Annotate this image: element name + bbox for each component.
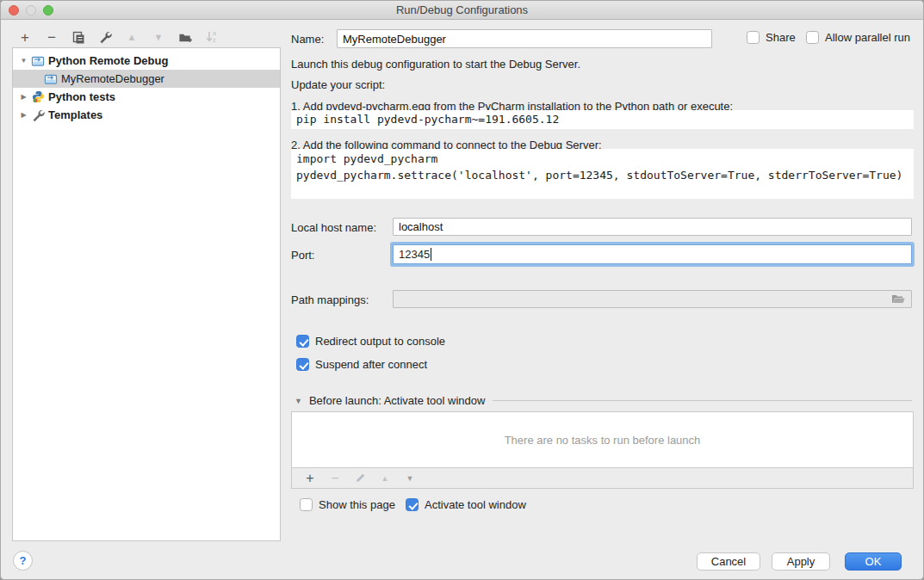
redirect-output-label: Redirect output to console	[315, 335, 445, 348]
task-list-toolbar: + − ▲ ▼	[291, 468, 914, 489]
wrench-icon	[31, 108, 45, 122]
open-folder-icon[interactable]	[891, 293, 906, 305]
port-label: Port:	[291, 249, 314, 262]
tree-item-label: Python tests	[48, 90, 115, 103]
section-divider	[493, 400, 912, 401]
help-button[interactable]: ?	[13, 551, 33, 571]
add-icon[interactable]: +	[18, 30, 32, 44]
remove-icon[interactable]: −	[45, 30, 59, 44]
text-caret	[431, 248, 431, 261]
chevron-right-icon[interactable]: ▶	[19, 93, 28, 101]
move-task-down-icon: ▼	[403, 472, 417, 485]
activate-tool-window-checkbox-group[interactable]: Activate tool window	[406, 498, 526, 511]
settrace-code-line1: import pydevd_pycharm	[296, 151, 908, 167]
show-this-page-checkbox-group[interactable]: Show this page	[300, 498, 395, 511]
before-launch-section-header[interactable]: ▼ Before launch: Activate tool window	[295, 394, 912, 407]
tree-item-myremotedebugger[interactable]: MyRemoteDebugger	[13, 70, 280, 88]
activate-tool-window-checkbox[interactable]	[406, 498, 419, 511]
remote-debug-icon	[44, 72, 58, 86]
port-input[interactable]: 12345	[393, 244, 912, 264]
edit-defaults-wrench-icon[interactable]	[98, 30, 112, 44]
local-host-name-input[interactable]	[393, 218, 912, 236]
move-down-icon: ▼	[152, 30, 165, 44]
add-task-icon[interactable]: +	[303, 472, 317, 485]
apply-button[interactable]: Apply	[772, 552, 830, 571]
share-checkbox-group[interactable]: Share	[747, 31, 796, 44]
redirect-output-checkbox-group[interactable]: Redirect output to console	[296, 335, 445, 348]
settrace-code[interactable]: import pydevd_pycharm pydevd_pycharm.set…	[291, 149, 914, 199]
ok-button[interactable]: OK	[845, 552, 902, 571]
edit-task-pencil-icon	[353, 472, 367, 485]
window-title: Run/Debug Configurations	[396, 3, 528, 16]
path-mappings-input[interactable]	[393, 290, 912, 308]
name-input[interactable]	[337, 29, 712, 48]
remote-debug-icon	[31, 54, 45, 68]
allow-parallel-run-label: Allow parallel run	[825, 31, 910, 44]
before-launch-task-list[interactable]: There are no tasks to run before launch	[291, 411, 914, 468]
python-icon	[31, 90, 45, 104]
intro-text: Launch this debug configuration to start…	[291, 58, 580, 71]
suspend-after-connect-label: Suspend after connect	[315, 358, 427, 371]
allow-parallel-run-checkbox[interactable]	[806, 31, 819, 44]
redirect-output-checkbox[interactable]	[296, 335, 309, 348]
pip-install-code[interactable]: pip install pydevd-pycharm~=191.6605.12	[291, 110, 914, 129]
title-bar[interactable]: Run/Debug Configurations	[1, 1, 923, 20]
new-folder-icon[interactable]	[178, 30, 192, 44]
port-value: 12345	[399, 248, 430, 261]
local-host-name-label: Local host name:	[291, 221, 376, 234]
tree-item-label: MyRemoteDebugger	[61, 72, 164, 85]
activate-tool-window-label: Activate tool window	[425, 498, 526, 511]
help-question-mark: ?	[20, 554, 27, 567]
chevron-down-icon[interactable]: ▼	[295, 397, 302, 405]
zoom-window-button[interactable]	[43, 5, 53, 15]
tree-item-label: Templates	[48, 108, 102, 121]
path-mappings-label: Path mappings:	[291, 293, 369, 306]
show-this-page-checkbox[interactable]	[300, 498, 313, 511]
suspend-after-connect-checkbox-group[interactable]: Suspend after connect	[296, 358, 427, 371]
allow-parallel-checkbox-group[interactable]: Allow parallel run	[806, 31, 910, 44]
settrace-code-line2: pydevd_pycharm.settrace('localhost', por…	[296, 167, 908, 183]
show-this-page-label: Show this page	[319, 498, 395, 511]
copy-icon[interactable]	[71, 30, 85, 44]
move-up-icon: ▲	[125, 30, 139, 44]
run-debug-configurations-dialog: Run/Debug Configurations + − ▲ ▼ az ▼ Py…	[0, 0, 924, 580]
remove-task-icon: −	[328, 472, 342, 485]
update-script-text: Update your script:	[291, 78, 385, 91]
share-checkbox[interactable]	[747, 31, 760, 44]
before-launch-label: Before launch: Activate tool window	[309, 394, 486, 407]
configurations-tree: ▼ Python Remote Debug MyRemoteDebugger ▶…	[12, 47, 281, 541]
configuration-editor: Name: Share Allow parallel run Launch th…	[291, 20, 914, 536]
tree-item-templates[interactable]: ▶ Templates	[13, 106, 280, 124]
share-label: Share	[766, 31, 796, 44]
svg-text:a: a	[213, 30, 216, 36]
close-window-button[interactable]	[9, 5, 19, 15]
chevron-right-icon[interactable]: ▶	[19, 111, 28, 119]
move-task-up-icon: ▲	[378, 472, 392, 485]
cancel-button[interactable]: Cancel	[697, 552, 760, 571]
sort-alphabetically-icon: az	[205, 30, 219, 44]
tree-item-python-remote-debug[interactable]: ▼ Python Remote Debug	[13, 52, 280, 70]
tree-item-label: Python Remote Debug	[48, 54, 168, 67]
minimize-window-button	[26, 5, 36, 15]
suspend-after-connect-checkbox[interactable]	[296, 358, 309, 371]
name-label: Name:	[291, 33, 324, 46]
tree-item-python-tests[interactable]: ▶ Python tests	[13, 88, 280, 106]
configurations-toolbar: + − ▲ ▼ az	[18, 29, 219, 45]
chevron-down-icon[interactable]: ▼	[19, 57, 28, 65]
no-tasks-text: There are no tasks to run before launch	[505, 434, 701, 447]
svg-text:z: z	[213, 37, 216, 43]
